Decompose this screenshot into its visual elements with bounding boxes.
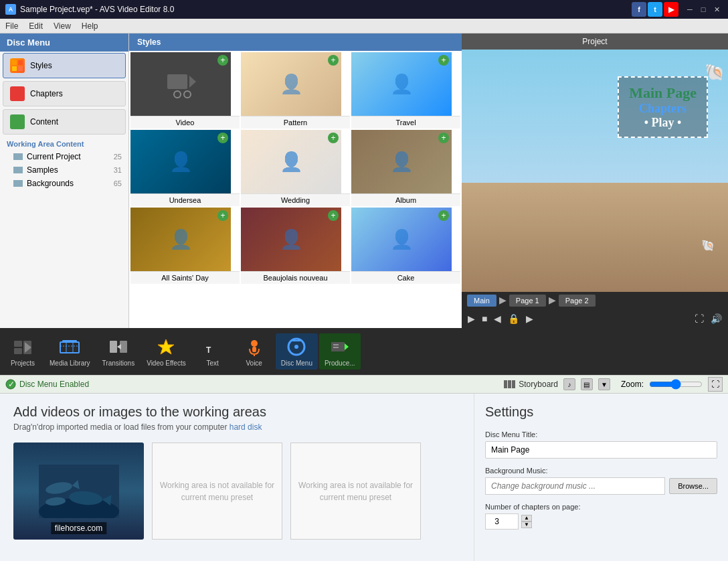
travel-plus-badge: + — [438, 55, 449, 66]
svg-marker-26 — [158, 339, 174, 354]
nav-content[interactable]: Content — [3, 109, 126, 135]
style-cake-label: Cake — [351, 271, 460, 284]
video-effects-icon — [155, 336, 177, 357]
text-label: Text — [207, 359, 219, 367]
content-current-project[interactable]: Current Project 25 — [0, 150, 128, 163]
disc-menu-title-label: Disc Menu Title: — [485, 430, 717, 438]
saints-plus-badge: + — [217, 210, 228, 221]
styles-grid-container[interactable]: + Video 👤 + Pattern — [129, 51, 462, 328]
saints-silhouette: 👤 — [169, 228, 193, 250]
tool-voice[interactable]: Voice — [234, 333, 274, 370]
video-effects-label: Video Effects — [147, 359, 186, 367]
svg-rect-3 — [18, 66, 23, 71]
chapters-input[interactable] — [485, 513, 519, 530]
twitter-icon[interactable]: t — [648, 2, 662, 17]
youtube-icon[interactable]: ▶ — [664, 2, 678, 17]
working-placeholder-1: Working area is not available for curren… — [152, 443, 282, 540]
tool-transitions[interactable]: Transitions — [97, 333, 141, 370]
style-travel-label: Travel — [351, 116, 460, 129]
working-area-subtitle: Drag'n'drop imported media or load files… — [13, 422, 460, 432]
lock-button[interactable]: 🔒 — [505, 312, 523, 325]
preview-background: 🐚 🐚 Main Page Chapters • Play • — [462, 50, 728, 292]
working-video-slot: filehorse.com — [13, 443, 144, 540]
chapters-spinner: ▲ ▼ — [521, 515, 532, 528]
tool-video-effects[interactable]: Video Effects — [141, 333, 191, 370]
storyboard-label: Storyboard — [519, 380, 558, 389]
close-button[interactable]: ✕ — [711, 3, 723, 15]
style-beaujolais-label: Beaujolais nouveau — [241, 271, 350, 284]
menu-help[interactable]: Help — [82, 21, 98, 31]
working-area-content-title: Working Area Content — [0, 136, 128, 150]
prev-button[interactable]: ◀ — [490, 312, 505, 325]
style-cake[interactable]: 👤 + Cake — [351, 208, 460, 284]
tool-text[interactable]: T Text — [193, 333, 233, 370]
background-music-input[interactable] — [485, 477, 665, 495]
style-album[interactable]: 👤 + Album — [351, 130, 460, 206]
style-travel[interactable]: 👤 + Travel — [351, 52, 460, 129]
style-wedding[interactable]: 👤 + Wedding — [241, 130, 350, 206]
disc-enabled-icon: ✓ — [5, 379, 16, 390]
nav-chapters[interactable]: Chapters — [3, 81, 126, 106]
storyboard-button[interactable]: Storyboard — [504, 380, 558, 389]
disc-enabled-status: ✓ Disc Menu Enabled — [5, 379, 89, 390]
chapters-up-btn[interactable]: ▲ — [521, 515, 532, 522]
style-undersea[interactable]: 👤 + Undersea — [130, 130, 240, 206]
chapters-icon — [10, 86, 25, 101]
disc-menu-title-input[interactable] — [485, 441, 717, 459]
projects-label: Projects — [11, 359, 35, 367]
svg-rect-41 — [508, 380, 511, 388]
tool-disc-menu[interactable]: Disc Menu — [276, 333, 318, 370]
music-toggle-btn[interactable]: ♪ — [563, 378, 575, 390]
bottom-section: Add videos or images to the working area… — [0, 394, 728, 561]
tool-produce[interactable]: Produce... — [319, 333, 361, 370]
page-2-btn[interactable]: Page 2 — [559, 295, 596, 307]
view-toggle-btn2[interactable]: ▼ — [598, 378, 610, 390]
volume-button[interactable]: 🔊 — [707, 312, 725, 325]
style-saints[interactable]: 👤 + All Saints' Day — [130, 208, 240, 284]
zoom-slider[interactable] — [649, 379, 703, 390]
expand-button[interactable]: ⛶ — [708, 377, 723, 392]
tool-projects[interactable]: Projects — [3, 333, 43, 370]
next-button[interactable]: ▶ — [523, 312, 537, 325]
styles-icon — [10, 58, 25, 73]
menu-edit[interactable]: Edit — [29, 21, 43, 31]
chapters-label: Number of chapters on page: — [485, 503, 717, 511]
page-1-btn[interactable]: Page 1 — [509, 295, 546, 307]
titlebar-controls: ─ □ ✕ — [684, 3, 723, 15]
chapters-down-btn[interactable]: ▼ — [521, 522, 532, 528]
menu-play-text: • Play • — [629, 116, 697, 130]
browse-button[interactable]: Browse... — [669, 478, 717, 494]
working-area-heading: Add videos or images to the working area… — [13, 404, 460, 420]
project-header: Project — [462, 33, 728, 50]
preview-area: 🐚 🐚 Main Page Chapters • Play • — [462, 50, 728, 292]
menu-view[interactable]: View — [54, 21, 71, 31]
placeholder-1-text: Working area is not available for curren… — [153, 479, 282, 503]
svg-text:✓: ✓ — [8, 380, 15, 389]
play-button[interactable]: ▶ — [464, 312, 478, 325]
disc-menu-label: Disc Menu — [281, 359, 312, 367]
style-video[interactable]: + Video — [130, 52, 240, 129]
left-panel: Disc Menu Styles Chapters Content — [0, 33, 129, 328]
page-main-btn[interactable]: Main — [467, 295, 496, 307]
style-pattern[interactable]: 👤 + Pattern — [241, 52, 350, 129]
nav-styles[interactable]: Styles — [3, 53, 126, 78]
svg-rect-33 — [292, 340, 301, 341]
menu-file[interactable]: File — [5, 21, 18, 31]
minimize-button[interactable]: ─ — [684, 3, 696, 15]
view-toggle-btn[interactable]: ▤ — [581, 378, 593, 390]
maximize-button[interactable]: □ — [697, 3, 709, 15]
content-backgrounds[interactable]: Backgrounds 65 — [0, 177, 128, 190]
fullscreen-button[interactable]: ⛶ — [691, 312, 707, 325]
style-video-label: Video — [130, 116, 240, 129]
stop-button[interactable]: ■ — [478, 312, 490, 325]
nav-chapters-label: Chapters — [30, 89, 63, 98]
transitions-label: Transitions — [102, 359, 135, 367]
window-title: Sample Project.vep* - AVS Video Editor 8… — [20, 5, 174, 14]
app-logo: A — [5, 4, 16, 15]
album-silhouette: 👤 — [390, 151, 414, 173]
facebook-icon[interactable]: f — [632, 2, 646, 17]
style-beaujolais[interactable]: 👤 + Beaujolais nouveau — [241, 208, 350, 284]
subtitle-link[interactable]: hard disk — [230, 422, 262, 432]
content-samples[interactable]: Samples 31 — [0, 163, 128, 177]
tool-media-library[interactable]: Media Library — [44, 333, 96, 370]
